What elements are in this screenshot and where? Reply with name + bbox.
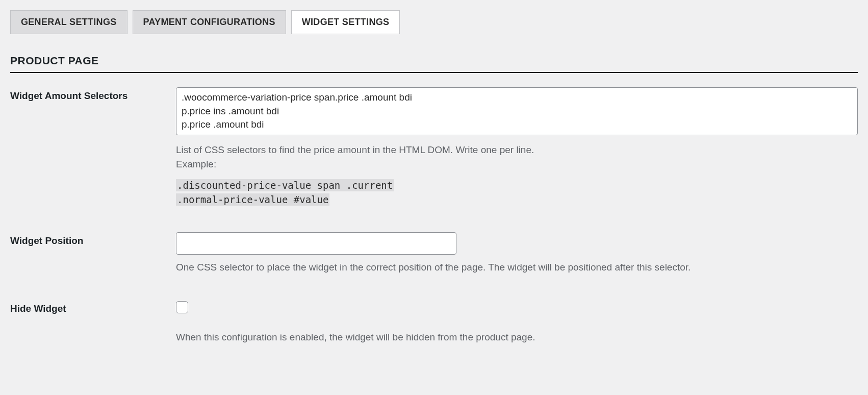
code-example-line-1: .discounted-price-value span .current — [176, 179, 394, 191]
code-example-line-2: .normal-price-value #value — [176, 193, 329, 206]
control-widget-amount-selectors: List of CSS selectors to find the price … — [176, 87, 858, 207]
input-widget-position[interactable] — [176, 232, 456, 255]
checkbox-hide-widget[interactable] — [176, 301, 188, 313]
code-example-block: .discounted-price-value span .current .n… — [176, 179, 858, 207]
row-widget-amount-selectors: Widget Amount Selectors List of CSS sele… — [10, 87, 858, 207]
help-amount-selectors-2: Example: — [176, 158, 858, 171]
control-hide-widget: When this configuration is enabled, the … — [176, 300, 858, 344]
help-hide-widget: When this configuration is enabled, the … — [176, 331, 858, 344]
row-hide-widget: Hide Widget When this configuration is e… — [10, 300, 858, 344]
tab-payment-configurations[interactable]: PAYMENT CONFIGURATIONS — [133, 10, 286, 34]
section-title: PRODUCT PAGE — [10, 55, 858, 73]
tab-widget-settings[interactable]: WIDGET SETTINGS — [291, 10, 400, 34]
control-widget-position: One CSS selector to place the widget in … — [176, 232, 858, 275]
settings-tabs: GENERAL SETTINGS PAYMENT CONFIGURATIONS … — [10, 10, 858, 34]
label-hide-widget: Hide Widget — [10, 300, 176, 314]
row-widget-position: Widget Position One CSS selector to plac… — [10, 232, 858, 275]
help-amount-selectors-1: List of CSS selectors to find the price … — [176, 143, 858, 157]
textarea-widget-amount-selectors[interactable] — [176, 87, 858, 135]
label-widget-amount-selectors: Widget Amount Selectors — [10, 87, 176, 102]
label-widget-position: Widget Position — [10, 232, 176, 246]
tab-general-settings[interactable]: GENERAL SETTINGS — [10, 10, 127, 34]
help-widget-position: One CSS selector to place the widget in … — [176, 261, 858, 275]
